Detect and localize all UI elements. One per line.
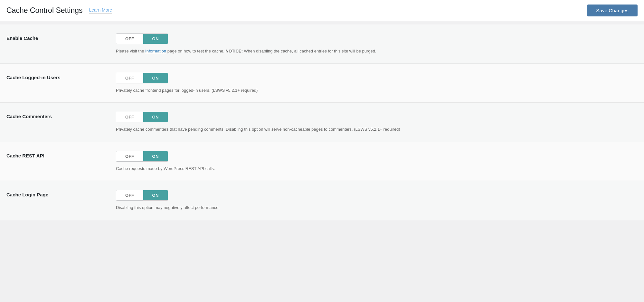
toggle-off-cache-rest-api[interactable]: OFF bbox=[116, 151, 143, 161]
setting-description-cache-commenters: Privately cache commenters that have pen… bbox=[116, 126, 638, 133]
toggle-off-cache-logged-in-users[interactable]: OFF bbox=[116, 73, 143, 83]
setting-label-cache-commenters: Cache Commenters bbox=[6, 114, 52, 119]
setting-label-cache-rest-api: Cache REST API bbox=[6, 153, 44, 158]
toggle-on-enable-cache[interactable]: ON bbox=[143, 34, 168, 44]
setting-label-col: Enable Cache bbox=[6, 33, 116, 41]
setting-label-cache-login-page: Cache Login Page bbox=[6, 192, 48, 197]
toggle-enable-cache: OFF ON bbox=[116, 33, 168, 44]
toggle-on-cache-commenters[interactable]: ON bbox=[143, 112, 168, 122]
page-container: Cache Control Settings Learn More Save C… bbox=[0, 0, 644, 302]
toggle-off-enable-cache[interactable]: OFF bbox=[116, 34, 143, 44]
toggle-off-cache-login-page[interactable]: OFF bbox=[116, 190, 143, 200]
setting-label-col: Cache Commenters bbox=[6, 112, 116, 119]
settings-list: Enable Cache OFF ON Please visit the Inf… bbox=[0, 24, 644, 220]
save-changes-button[interactable]: Save Changes bbox=[587, 5, 638, 16]
page-title: Cache Control Settings bbox=[6, 6, 83, 15]
toggle-on-cache-rest-api[interactable]: ON bbox=[143, 151, 168, 161]
setting-row-cache-login-page: Cache Login Page OFF ON Disabling this o… bbox=[0, 181, 644, 220]
setting-label-col: Cache Login Page bbox=[6, 190, 116, 197]
setting-label-cache-logged-in-users: Cache Logged-in Users bbox=[6, 75, 61, 80]
toggle-on-cache-logged-in-users[interactable]: ON bbox=[143, 73, 168, 83]
toggle-cache-login-page: OFF ON bbox=[116, 190, 168, 201]
setting-description-enable-cache: Please visit the Information page on how… bbox=[116, 48, 638, 54]
setting-control-col: OFF ON Privately cache frontend pages fo… bbox=[116, 73, 638, 94]
setting-description-cache-rest-api: Cache requests made by WordPress REST AP… bbox=[116, 165, 638, 172]
setting-control-col: OFF ON Privately cache commenters that h… bbox=[116, 112, 638, 133]
setting-row-enable-cache: Enable Cache OFF ON Please visit the Inf… bbox=[0, 24, 644, 64]
setting-label-col: Cache REST API bbox=[6, 151, 116, 158]
setting-control-col: OFF ON Disabling this option may negativ… bbox=[116, 190, 638, 211]
header-left: Cache Control Settings Learn More bbox=[6, 6, 112, 15]
setting-description-cache-login-page: Disabling this option may negatively aff… bbox=[116, 204, 638, 211]
toggle-on-cache-login-page[interactable]: ON bbox=[143, 190, 168, 200]
setting-label-col: Cache Logged-in Users bbox=[6, 73, 116, 80]
setting-row-cache-rest-api: Cache REST API OFF ON Cache requests mad… bbox=[0, 142, 644, 181]
toggle-off-cache-commenters[interactable]: OFF bbox=[116, 112, 143, 122]
setting-description-cache-logged-in-users: Privately cache frontend pages for logge… bbox=[116, 87, 638, 94]
setting-row-cache-commenters: Cache Commenters OFF ON Privately cache … bbox=[0, 103, 644, 142]
toggle-cache-rest-api: OFF ON bbox=[116, 151, 168, 162]
toggle-cache-commenters: OFF ON bbox=[116, 112, 168, 122]
setting-control-col: OFF ON Please visit the Information page… bbox=[116, 33, 638, 54]
information-link[interactable]: Information bbox=[145, 49, 166, 53]
setting-row-cache-logged-in-users: Cache Logged-in Users OFF ON Privately c… bbox=[0, 64, 644, 103]
setting-label-enable-cache: Enable Cache bbox=[6, 35, 38, 41]
learn-more-link[interactable]: Learn More bbox=[89, 7, 112, 14]
setting-control-col: OFF ON Cache requests made by WordPress … bbox=[116, 151, 638, 172]
toggle-cache-logged-in-users: OFF ON bbox=[116, 73, 168, 83]
header: Cache Control Settings Learn More Save C… bbox=[0, 0, 644, 21]
